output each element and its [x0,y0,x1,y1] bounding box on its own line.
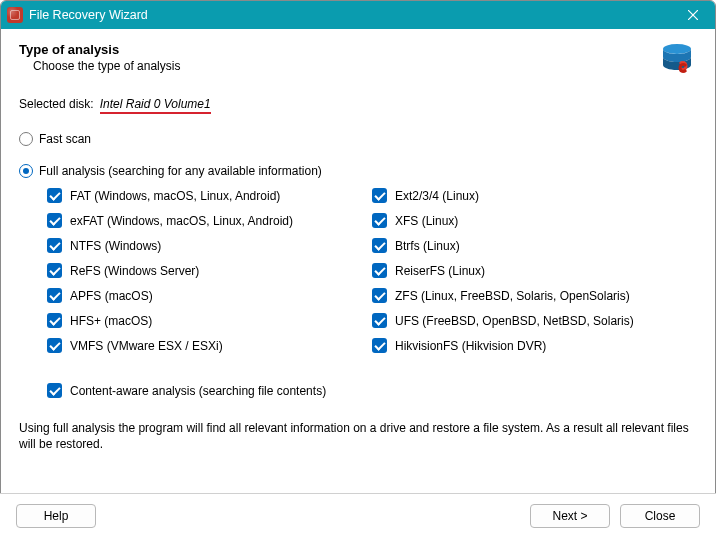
filesystem-grid: FAT (Windows, macOS, Linux, Android)exFA… [19,188,697,353]
filesystem-item[interactable]: HFS+ (macOS) [47,313,372,328]
content-aware-label[interactable]: Content-aware analysis (searching file c… [70,384,326,398]
filesystem-checkbox[interactable] [372,238,387,253]
wizard-icon [657,37,697,77]
app-icon [7,7,23,23]
content-aware-option[interactable]: Content-aware analysis (searching file c… [19,383,697,398]
filesystem-label[interactable]: Btrfs (Linux) [395,239,460,253]
content-aware-checkbox[interactable] [47,383,62,398]
fast-scan-option[interactable]: Fast scan [19,132,697,146]
next-button[interactable]: Next > [530,504,610,528]
filesystem-item[interactable]: ReiserFS (Linux) [372,263,697,278]
footer-note: Using full analysis the program will fin… [1,420,715,452]
content-area: Selected disk: Intel Raid 0 Volume1 Fast… [1,81,715,398]
filesystem-checkbox[interactable] [47,263,62,278]
filesystem-checkbox[interactable] [47,288,62,303]
close-window-button[interactable] [671,1,715,29]
filesystem-item[interactable]: VMFS (VMware ESX / ESXi) [47,338,372,353]
filesystem-label[interactable]: FAT (Windows, macOS, Linux, Android) [70,189,280,203]
filesystem-checkbox[interactable] [372,338,387,353]
filesystem-label[interactable]: APFS (macOS) [70,289,153,303]
filesystem-checkbox[interactable] [47,238,62,253]
filesystem-label[interactable]: VMFS (VMware ESX / ESXi) [70,339,223,353]
filesystem-label[interactable]: Ext2/3/4 (Linux) [395,189,479,203]
filesystem-checkbox[interactable] [372,188,387,203]
filesystem-label[interactable]: ReiserFS (Linux) [395,264,485,278]
filesystem-checkbox[interactable] [47,338,62,353]
page-subtitle: Choose the type of analysis [33,59,180,73]
full-analysis-label[interactable]: Full analysis (searching for any availab… [39,164,322,178]
filesystem-item[interactable]: UFS (FreeBSD, OpenBSD, NetBSD, Solaris) [372,313,697,328]
filesystem-item[interactable]: ZFS (Linux, FreeBSD, Solaris, OpenSolari… [372,288,697,303]
selected-disk-label: Selected disk: [19,97,94,111]
filesystem-label[interactable]: exFAT (Windows, macOS, Linux, Android) [70,214,293,228]
filesystem-checkbox[interactable] [372,213,387,228]
close-button[interactable]: Close [620,504,700,528]
filesystem-label[interactable]: ReFS (Windows Server) [70,264,199,278]
selected-disk-row: Selected disk: Intel Raid 0 Volume1 [19,97,697,114]
filesystem-item[interactable]: Btrfs (Linux) [372,238,697,253]
filesystem-item[interactable]: APFS (macOS) [47,288,372,303]
filesystem-label[interactable]: ZFS (Linux, FreeBSD, Solaris, OpenSolari… [395,289,630,303]
svg-point-2 [663,44,691,54]
filesystem-label[interactable]: NTFS (Windows) [70,239,161,253]
selected-disk-value: Intel Raid 0 Volume1 [100,97,211,114]
fast-scan-label[interactable]: Fast scan [39,132,91,146]
filesystem-column-left: FAT (Windows, macOS, Linux, Android)exFA… [47,188,372,353]
full-analysis-option[interactable]: Full analysis (searching for any availab… [19,164,697,178]
filesystem-label[interactable]: HFS+ (macOS) [70,314,152,328]
filesystem-column-right: Ext2/3/4 (Linux)XFS (Linux)Btrfs (Linux)… [372,188,697,353]
filesystem-item[interactable]: ReFS (Windows Server) [47,263,372,278]
filesystem-item[interactable]: NTFS (Windows) [47,238,372,253]
filesystem-checkbox[interactable] [372,263,387,278]
titlebar: File Recovery Wizard [1,1,715,29]
filesystem-checkbox[interactable] [372,313,387,328]
close-icon [688,10,698,20]
filesystem-item[interactable]: Ext2/3/4 (Linux) [372,188,697,203]
button-bar: Help Next > Close [0,493,716,538]
filesystem-checkbox[interactable] [372,288,387,303]
filesystem-label[interactable]: XFS (Linux) [395,214,458,228]
filesystem-label[interactable]: UFS (FreeBSD, OpenBSD, NetBSD, Solaris) [395,314,634,328]
fast-scan-radio[interactable] [19,132,33,146]
page-title: Type of analysis [19,42,180,57]
wizard-header: Type of analysis Choose the type of anal… [1,29,715,81]
help-button[interactable]: Help [16,504,96,528]
filesystem-item[interactable]: FAT (Windows, macOS, Linux, Android) [47,188,372,203]
filesystem-label[interactable]: HikvisionFS (Hikvision DVR) [395,339,546,353]
filesystem-item[interactable]: XFS (Linux) [372,213,697,228]
filesystem-item[interactable]: HikvisionFS (Hikvision DVR) [372,338,697,353]
window-title: File Recovery Wizard [29,8,148,22]
filesystem-checkbox[interactable] [47,188,62,203]
filesystem-item[interactable]: exFAT (Windows, macOS, Linux, Android) [47,213,372,228]
full-analysis-radio[interactable] [19,164,33,178]
filesystem-checkbox[interactable] [47,213,62,228]
filesystem-checkbox[interactable] [47,313,62,328]
